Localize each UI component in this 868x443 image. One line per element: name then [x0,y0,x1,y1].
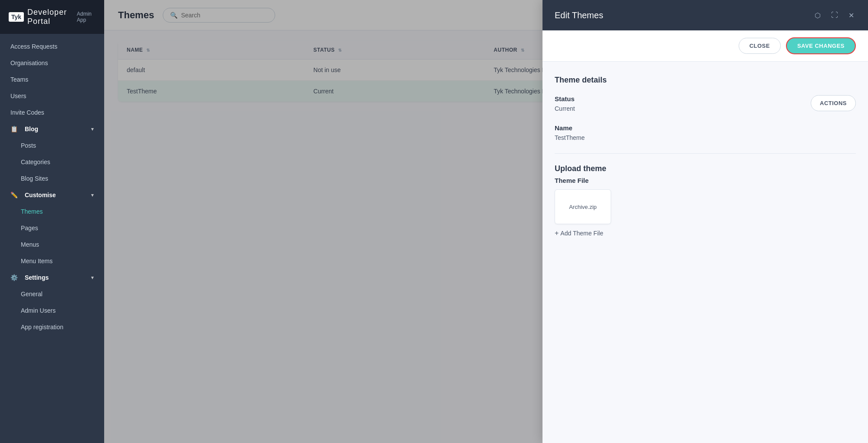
sidebar-item-access-requests[interactable]: Access Requests [0,38,104,55]
sidebar-item-users[interactable]: Users [0,88,104,104]
sidebar-item-organisations[interactable]: Organisations [0,55,104,71]
customise-icon: ✏️ [10,192,18,198]
theme-details-title: Theme details [555,76,856,85]
sidebar-item-label: Teams [10,76,28,83]
add-theme-file-link[interactable]: + Add Theme File [555,229,603,237]
admin-app-label: Admin App [77,11,95,23]
chevron-down-icon: ▾ [91,275,94,281]
sidebar-item-blog-sites[interactable]: Blog Sites [0,170,104,187]
sidebar-item-label: Categories [21,159,50,165]
sidebar-item-menus[interactable]: Menus [0,236,104,253]
tyk-logo-icon: Tyk [9,12,24,22]
sidebar-item-admin-users[interactable]: Admin Users [0,302,104,319]
status-field-left: Status Current [555,95,811,112]
sidebar-header: Tyk Developer Portal Admin App [0,0,104,34]
sidebar-item-label: Pages [21,225,38,231]
sidebar-item-menu-items[interactable]: Menu Items [0,253,104,269]
sidebar-item-label: General [21,291,43,298]
modal-panel: Edit Themes ⬡ ⛶ ✕ CLOSE SAVE CHANGES The… [542,0,868,443]
save-changes-button[interactable]: SAVE CHANGES [786,37,856,54]
sidebar-item-label: Menu Items [21,258,53,264]
close-button[interactable]: CLOSE [739,38,781,54]
modal-expand-button[interactable]: ⛶ [829,10,840,21]
sidebar-item-teams[interactable]: Teams [0,71,104,88]
sidebar-item-label: Users [10,93,26,99]
actions-button[interactable]: ACTIONS [811,95,856,111]
plus-icon: + [555,229,559,237]
sidebar-item-label: Blog Sites [21,175,48,182]
sidebar-item-settings[interactable]: ⚙️ Settings ▾ [0,269,104,286]
sidebar-item-label: Themes [21,208,43,215]
upload-theme-title: Upload theme [555,164,856,173]
sidebar-nav: Access Requests Organisations Teams User… [0,34,104,443]
status-label: Status [555,95,811,102]
modal-close-icon-button[interactable]: ✕ [847,10,856,21]
status-value: Current [555,105,811,112]
modal-header-icons: ⬡ ⛶ ✕ [813,10,856,21]
sidebar-item-label: Admin Users [21,307,56,314]
sidebar-item-label: Customise [25,192,56,198]
modal-title: Edit Themes [555,10,603,20]
sidebar-item-themes[interactable]: Themes [0,203,104,220]
sidebar-item-pages[interactable]: Pages [0,220,104,236]
tyk-logo: Tyk Developer Portal [9,8,71,26]
modal-header: Edit Themes ⬡ ⛶ ✕ [542,0,868,30]
sidebar-item-label: Blog [25,126,38,132]
theme-file-label: Theme File [555,177,856,184]
sidebar-item-app-registration[interactable]: App registration [0,319,104,335]
upload-theme-section: Upload theme Theme File Archive.zip + Ad… [555,164,856,237]
sidebar-item-label: Settings [25,274,49,281]
main-content: Themes 🔍 NAME ⇅ STATUS ⇅ [104,0,868,443]
add-file-label: Add Theme File [560,230,603,237]
sidebar-item-categories[interactable]: Categories [0,154,104,170]
sidebar-item-label: Organisations [10,60,48,66]
sidebar-item-invite-codes[interactable]: Invite Codes [0,104,104,121]
sidebar-item-label: Invite Codes [10,109,44,116]
blog-icon: 📋 [10,126,18,132]
name-value: TestTheme [555,134,856,141]
sidebar-item-label: Menus [21,241,39,248]
theme-file-box[interactable]: Archive.zip [555,189,611,224]
sidebar-item-label: Access Requests [10,43,57,50]
name-label: Name [555,124,856,132]
file-name: Archive.zip [569,204,597,210]
name-field-row: Name TestTheme [555,124,856,141]
modal-external-link-button[interactable]: ⬡ [813,10,822,21]
sidebar-item-label: App registration [21,324,63,331]
status-field-row: Status Current ACTIONS [555,95,856,112]
modal-action-bar: CLOSE SAVE CHANGES [542,30,868,62]
modal-overlay: Edit Themes ⬡ ⛶ ✕ CLOSE SAVE CHANGES The… [104,0,868,443]
settings-icon: ⚙️ [10,274,18,281]
sidebar: Tyk Developer Portal Admin App Access Re… [0,0,104,443]
section-divider [555,153,856,154]
sidebar-item-general[interactable]: General [0,286,104,302]
tyk-logo-text: Developer Portal [27,8,71,26]
sidebar-item-blog[interactable]: 📋 Blog ▾ [0,121,104,137]
sidebar-item-customise[interactable]: ✏️ Customise ▾ [0,187,104,203]
modal-body: Theme details Status Current ACTIONS Nam… [542,62,868,443]
sidebar-item-posts[interactable]: Posts [0,137,104,154]
name-field-left: Name TestTheme [555,124,856,141]
sidebar-item-label: Posts [21,142,36,149]
theme-details-section: Theme details Status Current ACTIONS Nam… [555,76,856,141]
chevron-down-icon: ▾ [91,126,94,132]
chevron-down-icon: ▾ [91,192,94,198]
